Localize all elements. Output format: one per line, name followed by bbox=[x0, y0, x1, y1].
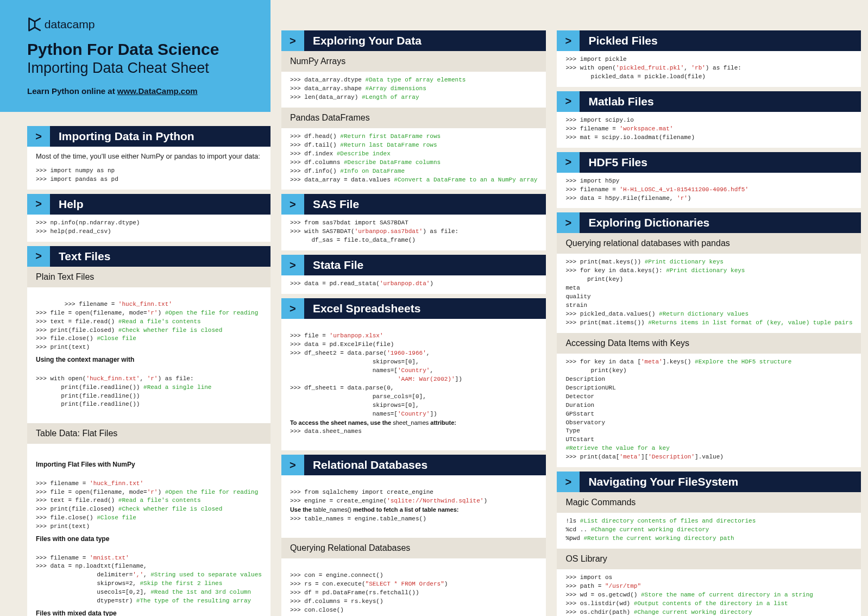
section-title: SAS File bbox=[304, 194, 546, 215]
code-excel: >>> file = 'urbanpop.xlsx' >>> data = pd… bbox=[281, 319, 546, 450]
chevron-icon: > bbox=[281, 455, 304, 475]
chevron-icon: > bbox=[281, 30, 304, 51]
code-stata: >>> data = pd.read_stata('urbanpop.dta') bbox=[281, 275, 546, 294]
chevron-icon: > bbox=[281, 298, 304, 319]
section-excel: > Excel Spreadsheets bbox=[281, 298, 546, 319]
intro-text: Most of the time, you'll use either NumP… bbox=[27, 147, 271, 162]
chevron-icon: > bbox=[281, 194, 304, 215]
subhead-access: Accessing Data Items with Keys bbox=[557, 333, 861, 354]
code-help: >>> np.info(np.ndarray.dtype) >>> help(p… bbox=[27, 215, 271, 242]
note-mixed: Files with mixed data type bbox=[36, 606, 262, 616]
chevron-icon: > bbox=[281, 255, 304, 275]
chevron-icon: > bbox=[557, 212, 580, 233]
chevron-icon: > bbox=[557, 472, 580, 492]
section-help: > Help bbox=[27, 194, 271, 215]
section-rdb: > Relational Databases bbox=[281, 455, 546, 475]
subhead-qrdb: Querying Relational Databases bbox=[281, 538, 546, 558]
section-title: Importing Data in Python bbox=[50, 126, 271, 147]
section-title: Stata File bbox=[304, 255, 546, 275]
code-matlab: >>> import scipy.io >>> filename = 'work… bbox=[557, 112, 861, 148]
subhead-qrdbp2: Querying relational databases with panda… bbox=[557, 233, 861, 254]
section-title: Navigating Your FileSystem bbox=[580, 472, 861, 492]
subtitle: Importing Data Cheat Sheet bbox=[27, 60, 246, 77]
section-pickled: > Pickled Files bbox=[557, 30, 861, 51]
learn-url[interactable]: www.DataCamp.com bbox=[117, 86, 198, 96]
section-title: Excel Spreadsheets bbox=[304, 298, 546, 319]
chevron-icon: > bbox=[557, 152, 580, 173]
column-1: datacamp Python For Data Science Importi… bbox=[0, 0, 271, 616]
chevron-icon: > bbox=[27, 246, 50, 267]
code-pddf: >>> df.head() #Return first DataFrame ro… bbox=[281, 128, 546, 190]
subhead-pddf: Pandas DataFrames bbox=[281, 108, 546, 128]
code-hdf5: >>> import h5py >>> filename = 'H-H1_LOS… bbox=[557, 173, 861, 209]
section-exploring: > Exploring Your Data bbox=[281, 30, 546, 51]
section-sas: > SAS File bbox=[281, 194, 546, 215]
code-rdb: >>> from sqlalchemy import create_engine… bbox=[281, 475, 546, 538]
section-title: Help bbox=[50, 194, 271, 215]
header-block: datacamp Python For Data Science Importi… bbox=[0, 0, 271, 112]
section-title: Relational Databases bbox=[304, 455, 546, 475]
chevron-icon: > bbox=[27, 126, 50, 147]
svg-text:datacamp: datacamp bbox=[45, 18, 95, 30]
subhead-plain: Plain Text Files bbox=[27, 267, 271, 287]
main-title: Python For Data Science bbox=[27, 40, 246, 59]
subhead-table: Table Data: Flat Files bbox=[27, 423, 271, 444]
section-dict: > Exploring Dictionaries bbox=[557, 212, 861, 233]
note-np-head: Importing Flat Files with NumPy bbox=[36, 457, 262, 470]
subhead-magic: Magic Commands bbox=[557, 492, 861, 513]
section-importing: > Importing Data in Python bbox=[27, 126, 271, 147]
section-textfiles: > Text Files bbox=[27, 246, 271, 267]
code-pickle: >>> import pickle >>> with open('pickled… bbox=[557, 51, 861, 87]
code-dict2: >>> for key in data ['meta'].keys() #Exp… bbox=[557, 354, 861, 467]
subhead-oslib: OS Library bbox=[557, 549, 861, 569]
section-title: Pickled Files bbox=[580, 30, 861, 51]
code-numpy-arr: >>> data_array.dtype #Data type of array… bbox=[281, 72, 546, 108]
section-title: HDF5 Files bbox=[580, 152, 861, 173]
section-title: Text Files bbox=[50, 246, 271, 267]
section-title: Matlab Files bbox=[580, 91, 861, 112]
chevron-icon: > bbox=[557, 91, 580, 112]
section-matlab: > Matlab Files bbox=[557, 91, 861, 112]
column-3: > Pickled Files >>> import pickle >>> wi… bbox=[557, 0, 861, 616]
cheat-sheet-page: datacamp Python For Data Science Importi… bbox=[0, 0, 868, 616]
column-2: > Exploring Your Data NumPy Arrays >>> d… bbox=[281, 0, 546, 616]
section-title: Exploring Your Data bbox=[304, 30, 546, 51]
code-flat: Importing Flat Files with NumPy >>> file… bbox=[27, 444, 271, 616]
section-hdf5: > HDF5 Files bbox=[557, 152, 861, 173]
chevron-icon: > bbox=[27, 194, 50, 215]
learn-link[interactable]: Learn Python online at www.DataCamp.com bbox=[27, 86, 246, 96]
note-ctx: Using the context manager with bbox=[36, 352, 262, 366]
section-fs: > Navigating Your FileSystem bbox=[557, 472, 861, 492]
code-import: >>> import numpy as np >>> import pandas… bbox=[27, 162, 271, 190]
section-stata: > Stata File bbox=[281, 255, 546, 275]
chevron-icon: > bbox=[557, 30, 580, 51]
code-magic: !ls #List directory contents of files an… bbox=[557, 513, 861, 549]
code-plain: >>> filename = 'huck_finn.txt' >>> file … bbox=[27, 287, 271, 424]
code-sas: >>> from sas7bdat import SAS7BDAT >>> wi… bbox=[281, 215, 546, 250]
datacamp-logo: datacamp bbox=[27, 16, 246, 33]
datacamp-logo-icon: datacamp bbox=[27, 16, 128, 33]
code-qrdb: >>> con = engine.connect() >>> rs = con.… bbox=[281, 558, 546, 616]
learn-prefix: Learn Python online at bbox=[27, 86, 117, 96]
subhead-numpy: NumPy Arrays bbox=[281, 51, 546, 72]
section-title: Exploring Dictionaries bbox=[580, 212, 861, 233]
code-oslib: >>> import os >>> path = "/usr/tmp" >>> … bbox=[557, 569, 861, 616]
note-one-dtype: Files with one data type bbox=[36, 531, 262, 545]
code-dict1: >>> print(mat.keys()) #Print dictionary … bbox=[557, 254, 861, 333]
